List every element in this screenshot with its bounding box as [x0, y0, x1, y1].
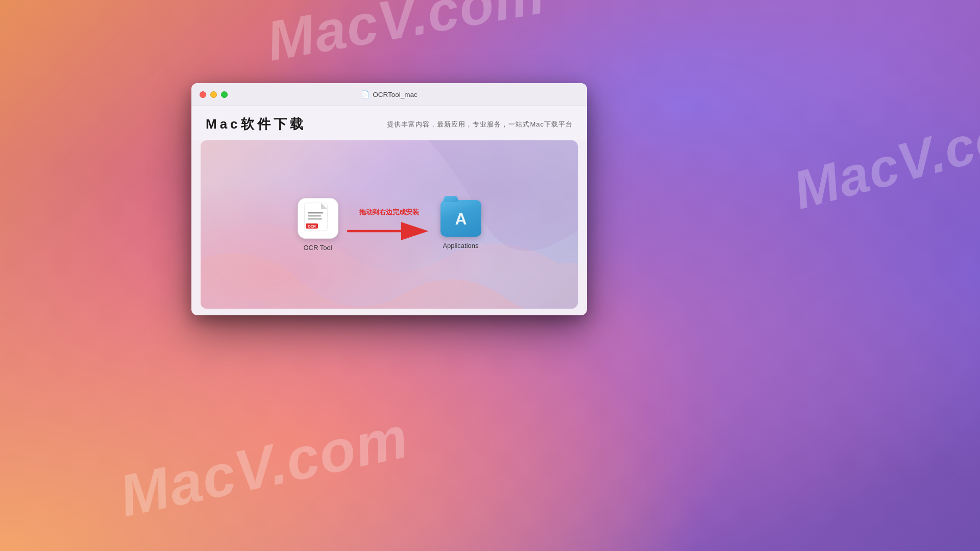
traffic-lights [200, 91, 228, 98]
applications-folder-icon: A [440, 200, 481, 237]
svg-rect-3 [308, 215, 321, 217]
header-section: Mac软件下载 提供丰富内容，最新应用，专业服务，一站式Mac下载平台 [191, 106, 587, 140]
window-title: 📄 OCRTool_mac [361, 90, 418, 98]
title-icon: 📄 [361, 90, 370, 98]
source-app-label: OCR Tool [303, 244, 332, 252]
drag-row: OCR OCR Tool 拖动到右边完成安装 [298, 198, 481, 252]
app-window: 📄 OCRTool_mac Mac软件下载 提供丰富内容，最新应用，专业服务，一… [191, 83, 587, 315]
titlebar: 📄 OCRTool_mac [191, 83, 587, 106]
arrow-area: 拖动到右边完成安装 [338, 208, 440, 241]
target-app-label: Applications [443, 242, 478, 249]
installer-area: OCR OCR Tool 拖动到右边完成安装 [201, 140, 578, 309]
maximize-button[interactable] [221, 91, 228, 98]
minimize-button[interactable] [210, 91, 217, 98]
drag-instruction: 拖动到右边完成安装 [359, 208, 419, 217]
source-app-item: OCR OCR Tool [298, 198, 338, 252]
app-subtitle: 提供丰富内容，最新应用，专业服务，一站式Mac下载平台 [387, 120, 573, 129]
svg-text:OCR: OCR [308, 224, 316, 228]
close-button[interactable] [200, 91, 206, 98]
svg-rect-4 [308, 218, 322, 220]
drag-arrow-icon [344, 221, 435, 241]
installer-content: OCR OCR Tool 拖动到右边完成安装 [201, 140, 578, 309]
svg-text:A: A [455, 210, 467, 228]
ocr-tool-icon: OCR [298, 198, 338, 239]
target-app-item: A Applications [440, 200, 481, 249]
app-title: Mac软件下载 [206, 115, 306, 133]
svg-rect-2 [308, 212, 323, 214]
